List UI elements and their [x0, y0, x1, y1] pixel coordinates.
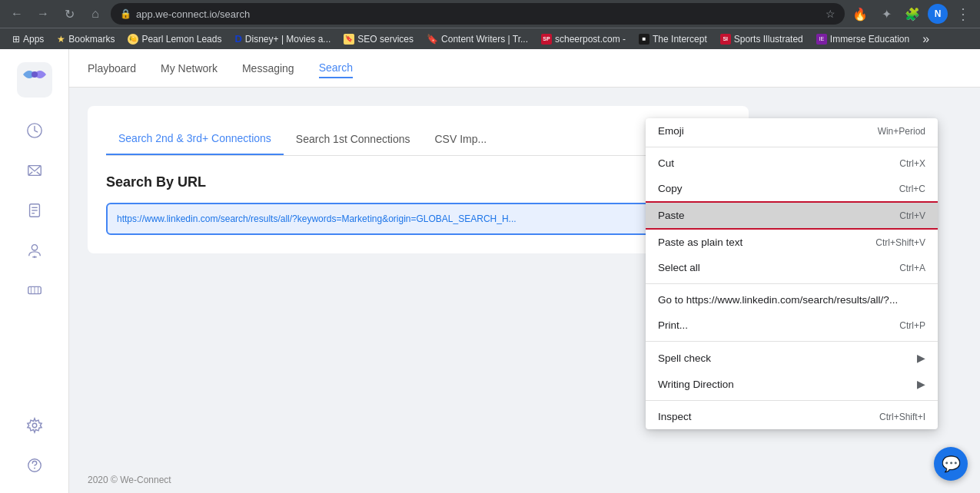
bookmark-scheerpost-label: scheerpost.com - [555, 34, 626, 45]
search-section-title: Search By URL [106, 174, 730, 190]
copy-shortcut: Ctrl+C [899, 184, 925, 194]
back-button[interactable]: ← [6, 3, 28, 25]
campaigns-icon [26, 282, 43, 299]
sidebar-documents-button[interactable] [16, 192, 53, 229]
context-menu-item-inspect[interactable]: Inspect Ctrl+Shift+I [646, 404, 938, 429]
sidebar-people-button[interactable] [16, 232, 53, 269]
paste-label: Paste [658, 210, 685, 221]
chat-bubble[interactable]: 💬 [934, 447, 968, 481]
context-menu-item-copy[interactable]: Copy Ctrl+C [646, 176, 938, 201]
svg-point-10 [32, 245, 37, 250]
extensions-puzzle-button[interactable]: 🧩 [902, 3, 923, 25]
search-url-row: Search [106, 203, 730, 235]
bookmark-seo[interactable]: 🔖 SEO services [337, 32, 420, 46]
inspect-label: Inspect [658, 411, 692, 422]
context-menu-item-select-all[interactable]: Select all Ctrl+A [646, 255, 938, 280]
print-shortcut: Ctrl+P [899, 320, 925, 331]
extensions-star-button[interactable]: ✦ [875, 3, 897, 25]
browser-menu-button[interactable]: ⋮ [952, 3, 974, 25]
app-container: Playboard My Network Messaging Search Se… [0, 49, 980, 493]
paste-plain-shortcut: Ctrl+Shift+V [875, 237, 925, 248]
context-menu-item-spell-check[interactable]: Spell check ▶ [646, 345, 938, 371]
context-menu-item-paste[interactable]: Paste Ctrl+V [646, 201, 938, 230]
bookmark-scheerpost[interactable]: SP scheerpost.com - [535, 32, 632, 46]
lock-icon: 🔒 [120, 8, 131, 19]
sidebar-settings-button[interactable] [16, 407, 53, 444]
nav-search[interactable]: Search [319, 58, 353, 78]
star-icon[interactable]: ☆ [826, 8, 835, 20]
footer-copyright: 2020 © We-Connect [88, 475, 171, 485]
sidebar-logo[interactable] [13, 58, 56, 101]
nav-my-network[interactable]: My Network [161, 59, 218, 78]
sidebar [0, 49, 69, 493]
tab-2nd-3rd[interactable]: Search 2nd & 3rd+ Connections [106, 124, 284, 155]
select-all-label: Select all [658, 262, 700, 273]
context-menu: Emoji Win+Period Cut Ctrl+X Copy Ctrl+C … [646, 118, 938, 429]
spell-check-label: Spell check [658, 352, 711, 364]
bookmarks-bar: ⊞ Apps ★ Bookmarks 🍋 Pearl Lemon Leads D… [0, 28, 980, 49]
bookmark-disney-label: Disney+ | Movies a... [245, 34, 331, 45]
bookmark-sports-illustrated[interactable]: SI Sports Illustrated [714, 32, 809, 46]
reload-button[interactable]: ↻ [58, 3, 80, 25]
context-menu-item-print[interactable]: Print... Ctrl+P [646, 313, 938, 338]
emoji-shortcut: Win+Period [878, 126, 925, 137]
top-nav: Playboard My Network Messaging Search [69, 49, 980, 88]
pearl-lemon-icon: 🍋 [128, 34, 138, 45]
bookmark-content-writers-label: Content Writers | Tr... [441, 34, 528, 45]
url-input[interactable] [106, 203, 659, 235]
bookmark-intercept[interactable]: ■ The Intercept [633, 32, 713, 46]
context-menu-item-writing-direction[interactable]: Writing Direction ▶ [646, 371, 938, 397]
bookmark-apps[interactable]: ⊞ Apps [6, 32, 50, 46]
forward-button[interactable]: → [32, 3, 54, 25]
sidebar-messages-button[interactable] [16, 152, 53, 189]
content-writers-icon: 🔖 [427, 34, 438, 45]
print-label: Print... [658, 319, 688, 331]
apps-icon: ⊞ [12, 34, 20, 45]
svg-point-19 [34, 468, 35, 469]
bookmark-pearl-lemon[interactable]: 🍋 Pearl Lemon Leads [121, 32, 228, 46]
documents-icon [26, 202, 43, 219]
context-menu-separator-4 [646, 400, 938, 401]
bookmark-sports-illustrated-label: Sports Illustrated [734, 34, 803, 45]
sidebar-dashboard-button[interactable] [16, 112, 53, 149]
bookmark-disney[interactable]: D Disney+ | Movies a... [228, 31, 337, 46]
copy-label: Copy [658, 183, 683, 194]
tab-1st[interactable]: Search 1st Connections [284, 124, 423, 155]
writing-direction-arrow: ▶ [917, 378, 925, 390]
extensions-fire-button[interactable]: 🔥 [849, 3, 871, 25]
scheerpost-icon: SP [541, 34, 552, 45]
bookmark-bookmarks[interactable]: ★ Bookmarks [51, 32, 121, 46]
settings-icon [26, 417, 43, 434]
emoji-label: Emoji [658, 125, 684, 137]
bookmark-content-writers[interactable]: 🔖 Content Writers | Tr... [420, 32, 534, 46]
tab-csv[interactable]: CSV Imp... [423, 124, 500, 155]
bookmarks-more-button[interactable]: » [918, 31, 934, 48]
bookmark-immerse[interactable]: IE Immerse Education [810, 32, 915, 46]
help-icon [26, 457, 43, 474]
account-avatar[interactable]: N [928, 4, 948, 24]
context-menu-separator-1 [646, 147, 938, 147]
svg-rect-0 [17, 62, 52, 98]
nav-messaging[interactable]: Messaging [242, 59, 294, 78]
sidebar-help-button[interactable] [16, 447, 53, 484]
star-bookmark-icon: ★ [57, 34, 65, 45]
home-button[interactable]: ⌂ [85, 3, 106, 25]
browser-chrome: ← → ↻ ⌂ 🔒 app.we-connect.io/search ☆ 🔥 ✦… [0, 0, 980, 28]
svg-point-17 [32, 423, 37, 428]
writing-direction-label: Writing Direction [658, 379, 734, 390]
context-menu-item-emoji[interactable]: Emoji Win+Period [646, 118, 938, 144]
logo-svg [15, 61, 54, 99]
people-icon [26, 242, 43, 259]
context-menu-item-goto[interactable]: Go to https://www.linkedin.com/search/re… [646, 287, 938, 313]
sports-illustrated-icon: SI [720, 34, 731, 45]
dashboard-icon [26, 122, 43, 139]
address-bar[interactable]: 🔒 app.we-connect.io/search ☆ [111, 3, 845, 25]
nav-playboard[interactable]: Playboard [88, 59, 136, 78]
context-menu-item-cut[interactable]: Cut Ctrl+X [646, 151, 938, 176]
bookmark-seo-label: SEO services [357, 34, 414, 45]
context-menu-separator-2 [646, 283, 938, 284]
chat-bubble-icon: 💬 [942, 455, 961, 473]
sidebar-campaigns-button[interactable] [16, 272, 53, 309]
context-menu-item-paste-plain[interactable]: Paste as plain text Ctrl+Shift+V [646, 230, 938, 255]
cut-label: Cut [658, 157, 674, 169]
